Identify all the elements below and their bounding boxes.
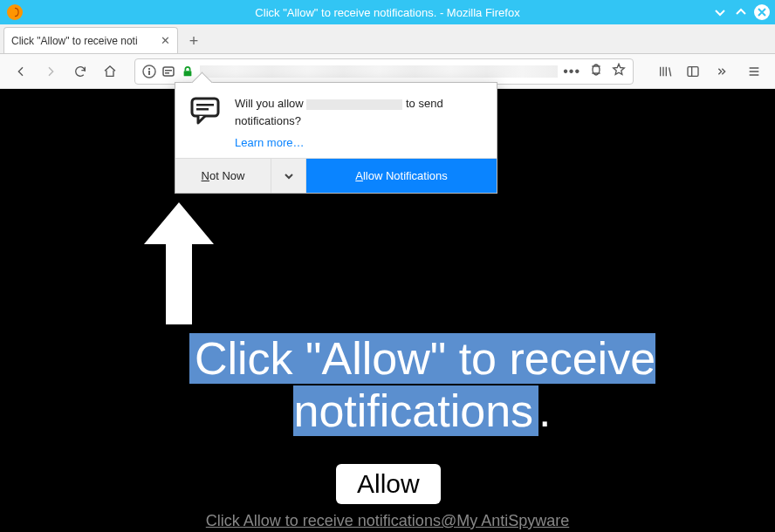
permission-icon[interactable]	[161, 65, 175, 78]
svg-rect-3	[148, 68, 150, 70]
svg-rect-10	[196, 104, 214, 106]
menu-button[interactable]	[742, 59, 766, 84]
learn-more-link[interactable]: Learn more…	[235, 136, 483, 149]
not-now-dropdown[interactable]	[271, 159, 306, 193]
not-now-button[interactable]: Not Now	[175, 159, 271, 193]
minimize-button[interactable]	[712, 4, 728, 20]
permission-actions: Not Now Allow Notifications	[175, 158, 497, 193]
page-actions-icon[interactable]: •••	[563, 64, 580, 79]
reload-button[interactable]	[68, 59, 93, 84]
svg-rect-6	[165, 72, 169, 74]
svg-rect-7	[184, 71, 192, 76]
back-button[interactable]	[9, 59, 33, 84]
close-button[interactable]	[754, 4, 770, 20]
tab-title: Click "Allow" to receive noti	[11, 35, 155, 47]
lock-icon[interactable]	[181, 65, 195, 78]
firefox-icon	[7, 4, 23, 20]
permission-question: Will you allow to send notifications?	[235, 95, 483, 129]
tab-close-icon[interactable]: ✕	[161, 34, 170, 47]
notification-permission-popup: Will you allow to send notifications? Le…	[175, 82, 497, 194]
up-arrow-graphic	[140, 202, 218, 328]
overflow-button[interactable]	[709, 59, 733, 84]
info-icon[interactable]	[142, 65, 156, 78]
bookmark-star-icon[interactable]	[612, 63, 626, 80]
svg-rect-11	[196, 108, 209, 111]
window-title: Click "Allow" to receive notifications. …	[255, 6, 519, 19]
reader-mode-icon[interactable]	[589, 63, 603, 80]
new-tab-button[interactable]: +	[182, 29, 206, 53]
page-headline: Click "Allow" to receive notifications.	[122, 333, 723, 438]
sidebar-button[interactable]	[681, 59, 705, 84]
svg-rect-4	[163, 67, 174, 76]
maximize-button[interactable]	[733, 4, 749, 20]
page-allow-button[interactable]: Allow	[336, 464, 441, 504]
svg-rect-9	[192, 99, 218, 116]
page-caption[interactable]: Click Allow to receive notifications@My …	[0, 512, 775, 530]
browser-tab[interactable]: Click "Allow" to receive noti ✕	[3, 27, 178, 53]
window-titlebar: Click "Allow" to receive notifications. …	[0, 0, 775, 24]
allow-notifications-button[interactable]: Allow Notifications	[306, 159, 497, 193]
svg-rect-5	[165, 70, 172, 72]
window-controls	[712, 4, 770, 20]
tab-strip: Click "Allow" to receive noti ✕ +	[0, 24, 775, 54]
svg-rect-8	[688, 66, 698, 76]
library-button[interactable]	[653, 59, 677, 84]
site-name-redacted	[306, 99, 402, 110]
forward-button[interactable]	[38, 59, 63, 84]
speech-bubble-icon	[189, 95, 226, 149]
svg-rect-2	[148, 71, 150, 75]
home-button[interactable]	[98, 59, 122, 84]
url-text-redacted	[200, 65, 558, 78]
